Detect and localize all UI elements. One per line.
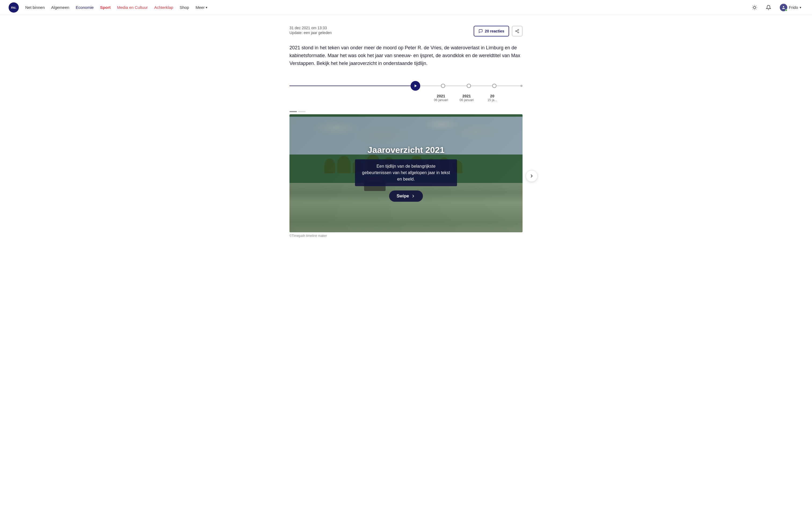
timeline-end-cap (520, 85, 522, 87)
swipe-button[interactable]: Swipe (389, 190, 423, 202)
timeline-node-2[interactable] (467, 84, 471, 88)
online-indicator (785, 9, 787, 11)
next-button[interactable] (526, 170, 538, 182)
svg-point-12 (518, 32, 519, 33)
chat-icon (478, 29, 483, 33)
navbar: nu. Net binnen Algemeen Economie Sport M… (0, 0, 812, 15)
meta-row: 31 dec 2021 om 13:33 Update: een jaar ge… (290, 26, 522, 37)
reactions-button[interactable]: 20 reacties (474, 26, 509, 37)
nav-item-economie[interactable]: Economie (76, 5, 94, 10)
timeline-label-2: 2021 06 januari (459, 94, 474, 102)
timeline-section: 2021 06 januari 2021 06 januari 20 15 ja… (290, 78, 522, 105)
nav-item-algemeen[interactable]: Algemeen (51, 5, 69, 10)
nav-item-net-binnen[interactable]: Net binnen (25, 5, 45, 10)
nav-icons: Frido ▾ (750, 3, 803, 12)
share-button[interactable] (512, 26, 522, 37)
theme-toggle-button[interactable] (750, 3, 759, 12)
scroll-dot-2 (298, 111, 306, 112)
user-menu-button[interactable]: Frido ▾ (778, 3, 803, 12)
image-text-overlay: Jaaroverzicht 2021 Een tijdlijn van de b… (290, 114, 522, 232)
article-date: 31 dec 2021 om 13:33 (290, 26, 332, 30)
timeline-track-filled (290, 86, 415, 86)
play-icon (414, 84, 417, 88)
card-subtitle: Een tijdlijn van de belangrijkste gebeur… (361, 163, 451, 182)
svg-line-4 (756, 9, 756, 9)
logo-text: nu. (11, 5, 16, 9)
chevron-right-icon (411, 194, 415, 198)
timeline-label-1: 2021 06 januari (434, 94, 448, 102)
article-meta: 31 dec 2021 om 13:33 Update: een jaar ge… (290, 26, 332, 35)
nav-meer-label: Meer (196, 5, 205, 10)
image-card-container: Jaaroverzicht 2021 Een tijdlijn van de b… (290, 114, 522, 238)
user-icon (782, 6, 785, 9)
nav-item-sport[interactable]: Sport (100, 5, 111, 10)
scroll-dot-1 (290, 111, 297, 112)
card-subtitle-box: Een tijdlijn van de belangrijkste gebeur… (355, 159, 457, 186)
bell-icon (766, 5, 771, 10)
svg-point-11 (516, 31, 517, 32)
chevron-down-icon: ▾ (206, 6, 207, 9)
timeline-node-3[interactable] (492, 84, 497, 88)
svg-point-9 (783, 6, 784, 7)
article-update: Update: een jaar geleden (290, 31, 332, 35)
timeline-play-button[interactable] (411, 81, 420, 91)
main-content: 31 dec 2021 om 13:33 Update: een jaar ge… (285, 15, 527, 256)
timeline-labels: 2021 06 januari 2021 06 januari 20 15 ja… (290, 94, 522, 105)
image-card: Jaaroverzicht 2021 Een tijdlijn van de b… (290, 114, 522, 232)
timeline-label-3: 20 15 ja... (487, 94, 497, 102)
site-logo[interactable]: nu. (9, 2, 19, 13)
share-icon (515, 29, 519, 33)
article-body: 2021 stond in het teken van onder meer d… (290, 44, 522, 67)
svg-point-10 (518, 29, 519, 30)
avatar (780, 4, 787, 11)
nav-item-achterklap[interactable]: Achterklap (154, 5, 173, 10)
timeline-node-1[interactable] (441, 84, 445, 88)
notifications-button[interactable] (764, 3, 773, 12)
nav-links: Net binnen Algemeen Economie Sport Media… (25, 5, 750, 10)
svg-line-14 (517, 30, 518, 31)
reactions-count: 20 reacties (485, 29, 504, 33)
image-caption: ©Timepath timeline maker (290, 234, 522, 238)
user-chevron-icon: ▾ (800, 6, 801, 9)
scroll-indicator (290, 111, 522, 112)
timeline-bar (290, 78, 522, 94)
nav-item-shop[interactable]: Shop (180, 5, 189, 10)
svg-marker-15 (415, 84, 417, 88)
svg-line-13 (517, 32, 518, 32)
sun-icon (752, 5, 757, 10)
swipe-label: Swipe (397, 194, 409, 199)
card-title: Jaaroverzicht 2021 (368, 145, 444, 155)
svg-line-3 (753, 6, 753, 6)
svg-line-7 (753, 9, 753, 9)
svg-point-0 (754, 6, 756, 8)
user-name: Frido (789, 5, 798, 10)
nav-item-media-cultuur[interactable]: Media en Cultuur (117, 5, 148, 10)
svg-line-8 (756, 6, 756, 6)
nav-meer-dropdown[interactable]: Meer ▾ (196, 5, 207, 10)
chevron-right-icon (529, 174, 534, 178)
article-actions: 20 reacties (474, 26, 522, 37)
